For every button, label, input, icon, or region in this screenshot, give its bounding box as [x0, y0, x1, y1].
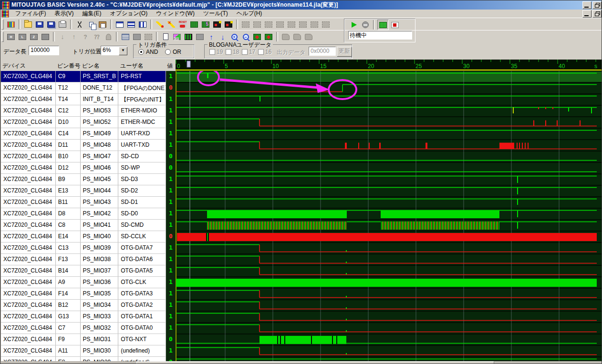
table-row[interactable]: XC7Z020_CLG484F9PS_MIO31OTG-NXT: [1, 334, 166, 345]
move-down-icon[interactable]: ↓: [218, 32, 228, 41]
waveform-panel[interactable]: [176, 71, 602, 361]
tile-vertical-icon[interactable]: [137, 20, 148, 29]
tool-1-icon[interactable]: [280, 32, 291, 41]
time-ruler[interactable]: 0510152025303540s: [176, 60, 602, 71]
blogana-bit17-checkbox[interactable]: 17: [242, 49, 255, 55]
blogana-bit18-checkbox[interactable]: 18: [226, 49, 239, 55]
device-slot-6-icon[interactable]: [298, 20, 308, 29]
minimize-button[interactable]: [582, 1, 592, 9]
pin-high-icon[interactable]: H: [6, 32, 16, 41]
table-row[interactable]: XC7Z020_CLG484C12PS_MIO53ETHER-MDIO: [1, 105, 166, 117]
output-data-input[interactable]: 0x0000: [309, 47, 336, 56]
col-pin-header[interactable]: ピン番号: [57, 62, 81, 70]
table-row[interactable]: XC7Z020_CLG484A9PS_MIO36OTG-CLK: [1, 277, 166, 288]
paste-icon[interactable]: [97, 20, 108, 29]
tile-horizontal-icon[interactable]: [126, 20, 136, 29]
table-row[interactable]: XC7Z020_CLG484D10PS_MIO52ETHER-MDC: [1, 117, 166, 128]
gray-block-icon[interactable]: [132, 32, 142, 41]
pin-low-icon[interactable]: L: [17, 32, 28, 41]
data-length-input[interactable]: 100000: [29, 46, 59, 55]
table-row[interactable]: XC7Z020_CLG484T12DONE_T12【FPGAのDONE】: [1, 82, 166, 94]
alarm-icon[interactable]: [103, 32, 114, 41]
pin-blank-icon[interactable]: [40, 32, 51, 41]
title-bar[interactable]: MITOUJTAG BASIC Version 2.40c - "C:¥MJ2D…: [0, 0, 602, 10]
register-list-icon[interactable]: [120, 32, 131, 41]
compare-2-icon[interactable]: [263, 32, 274, 41]
menu-item-0[interactable]: ファイル(F): [11, 9, 50, 18]
table-row[interactable]: XC7Z020_CLG484B9PS_MIO45SD-D3: [1, 174, 166, 185]
print-icon[interactable]: [57, 20, 68, 29]
menu-item-2[interactable]: 編集(E): [78, 9, 105, 18]
trigger-and-radio[interactable]: AND: [138, 49, 158, 55]
save-all-icon[interactable]: [46, 20, 56, 29]
device-slot-1-icon[interactable]: [240, 20, 251, 29]
table-row[interactable]: XC7Z020_CLG484C14PS_MIO49UART-RXD: [1, 128, 166, 140]
table-row[interactable]: XC7Z020_CLG484B11PS_MIO43SD-D1: [1, 197, 166, 208]
live-view-icon[interactable]: [377, 20, 389, 30]
move-up-icon[interactable]: ↑: [206, 32, 217, 41]
table-row[interactable]: XC7Z020_CLG484A11PS_MIO30(undefined): [1, 345, 166, 357]
save-icon[interactable]: [34, 20, 45, 29]
scan-board-icon[interactable]: [189, 20, 199, 29]
upload-icon[interactable]: ↑: [69, 32, 79, 41]
pin-hiz-icon[interactable]: Z: [29, 32, 39, 41]
mdi-minimize-button[interactable]: [582, 10, 592, 18]
table-row[interactable]: XC7Z020_CLG484D12PS_MIO46SD-WP: [1, 162, 166, 174]
query-2-icon[interactable]: ⁇: [92, 32, 102, 41]
table-row[interactable]: XC7Z020_CLG484D11PS_MIO48UART-TXD: [1, 140, 166, 151]
col-device-header[interactable]: デバイス: [2, 62, 26, 70]
new-capture-icon[interactable]: [160, 32, 171, 41]
table-row[interactable]: XC7Z020_CLG484C8PS_MIO41SD-CMD: [1, 220, 166, 231]
trigger-position-dropdown-icon[interactable]: ▼: [119, 47, 127, 55]
table-row[interactable]: XC7Z020_CLG484D8PS_MIO42SD-D0: [1, 208, 166, 220]
download-icon[interactable]: ↓: [57, 32, 68, 41]
open-icon[interactable]: [23, 20, 33, 29]
device-slot-5-icon[interactable]: [286, 20, 297, 29]
tool-3-icon[interactable]: [303, 32, 314, 41]
menu-item-1[interactable]: 表示(V): [50, 9, 78, 18]
menu-item-3[interactable]: オプション(O): [105, 9, 152, 18]
table-row[interactable]: XC7Z020_CLG484T14INIT_B_T14【FPGAのINIT】: [1, 94, 166, 105]
trigger-or-radio[interactable]: OR: [165, 49, 181, 55]
compare-1-icon[interactable]: [252, 32, 262, 41]
col-username-header[interactable]: ユーザ名: [120, 62, 144, 70]
gray-chip-icon[interactable]: [143, 32, 154, 41]
scrollbar-thumb[interactable]: [136, 361, 494, 364]
device-slot-3-icon[interactable]: [263, 20, 274, 29]
horizontal-scrollbar[interactable]: [0, 361, 602, 364]
menu-item-6[interactable]: ヘルプ(H): [232, 9, 267, 18]
waveform-icon[interactable]: [183, 32, 194, 41]
cut-icon[interactable]: [74, 20, 85, 29]
table-row[interactable]: XC7Z020_CLG484E14PS_MIO40SD-CCLK: [1, 231, 166, 243]
zoom-out-icon[interactable]: −: [240, 32, 251, 41]
device-slot-8-icon[interactable]: [321, 20, 331, 29]
device-slot-2-icon[interactable]: [252, 20, 262, 29]
abort-icon[interactable]: [390, 20, 400, 30]
stop-capture-icon[interactable]: [360, 20, 371, 30]
table-row[interactable]: XC7Z020_CLG484C13PS_MIO39OTG-DATA7: [1, 243, 166, 254]
table-row[interactable]: XC7Z020_CLG484C9PS_SRST_BPS-RST: [1, 71, 166, 82]
start-capture-icon[interactable]: [349, 20, 359, 30]
update-button[interactable]: 更新: [337, 47, 352, 57]
table-row[interactable]: XC7Z020_CLG484F13PS_MIO38OTG-DATA6: [1, 254, 166, 265]
restore-button[interactable]: [592, 1, 602, 9]
probe-connect-icon[interactable]: [155, 20, 165, 29]
mdi-restore-button[interactable]: [592, 10, 602, 18]
table-row[interactable]: XC7Z020_CLG484E8PS_MIO29(undefined): [1, 357, 166, 361]
add-device-icon[interactable]: [212, 20, 222, 29]
table-row[interactable]: XC7Z020_CLG484F14PS_MIO35OTG-DATA3: [1, 288, 166, 300]
probe-disconnect-icon[interactable]: [166, 20, 176, 29]
col-pinname-header[interactable]: ピン名: [82, 62, 100, 70]
table-row[interactable]: XC7Z020_CLG484B12PS_MIO34OTG-DATA2: [1, 300, 166, 311]
blogana-bit19-checkbox[interactable]: 19: [209, 49, 223, 55]
palette-icon[interactable]: [6, 20, 16, 29]
table-row[interactable]: XC7Z020_CLG484B10PS_MIO47SD-CD: [1, 151, 166, 162]
table-row[interactable]: XC7Z020_CLG484B14PS_MIO37OTG-DATA5: [1, 265, 166, 277]
scan-board-alt-icon[interactable]: [200, 20, 211, 29]
blogana-icon[interactable]: [172, 32, 182, 41]
copy-icon[interactable]: [86, 20, 96, 29]
menu-item-5[interactable]: ツール(T): [199, 9, 232, 18]
query-1-icon[interactable]: ?: [80, 32, 91, 41]
jtag-reset-icon[interactable]: [177, 20, 188, 29]
menu-item-4[interactable]: ウィンドウ(W): [152, 9, 199, 18]
